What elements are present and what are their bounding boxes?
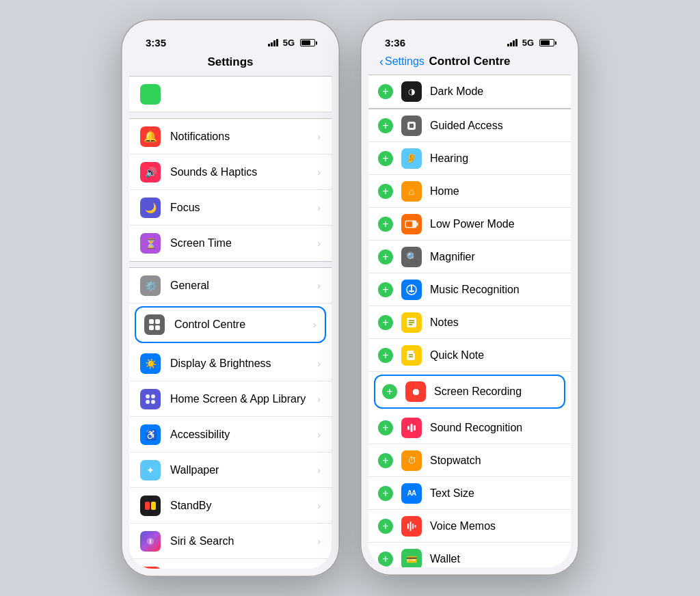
hearing-add-btn[interactable]: +: [378, 151, 393, 166]
quicknote-add-btn[interactable]: +: [378, 348, 393, 363]
magnifier-add-btn[interactable]: +: [378, 249, 393, 265]
screentime-chevron: ›: [317, 238, 321, 249]
cc-row-home[interactable]: + ⌂ Home: [368, 175, 571, 208]
phones-container: 3:35 5G Settings: [121, 19, 579, 577]
svg-rect-8: [145, 502, 150, 510]
musicrecog-add-btn[interactable]: +: [378, 282, 393, 297]
settings-row-siri[interactable]: Siri & Search ›: [129, 524, 332, 559]
settings-row-accessibility[interactable]: ♿ Accessibility ›: [129, 417, 332, 452]
guidedaccess-add-btn[interactable]: +: [378, 118, 393, 133]
cc-row-screenrecording[interactable]: + ⏺ Screen Recording: [374, 375, 565, 409]
cc-row-magnifier[interactable]: + 🔍 Magnifier: [368, 241, 571, 273]
hearing-label: Hearing: [430, 152, 561, 165]
cc-row-lowpower[interactable]: + Low Power Mode: [368, 208, 571, 241]
partial-icon: [140, 84, 161, 105]
focus-label: Focus: [170, 202, 317, 214]
stopwatch-add-btn[interactable]: +: [378, 453, 393, 468]
cc-row-soundrecog[interactable]: + Sound Recognition: [368, 411, 571, 444]
hearing-icon: 👂: [401, 148, 422, 169]
homescreen-icon: [140, 389, 161, 409]
cc-scroll-area[interactable]: + ◑ Dark Mode +: [368, 75, 571, 567]
textsize-label: Text Size: [430, 487, 561, 500]
svg-rect-14: [406, 221, 412, 227]
focus-chevron: ›: [317, 202, 321, 213]
home-add-btn[interactable]: +: [378, 184, 393, 199]
screenrecording-add-btn[interactable]: +: [382, 384, 397, 399]
cc-row-hearing[interactable]: + 👂 Hearing: [368, 142, 571, 175]
display-label: Display & Brightness: [170, 357, 317, 370]
standby-chevron: ›: [317, 500, 321, 511]
textsize-add-btn[interactable]: +: [378, 486, 393, 501]
settings-section-1: 🔔 Notifications › 🔊 Sounds & Haptics › 🌙…: [129, 118, 332, 262]
soundrecog-icon: [401, 418, 422, 438]
settings-row-general[interactable]: ⚙️ General ›: [129, 268, 332, 303]
notes-add-btn[interactable]: +: [378, 315, 393, 330]
back-button[interactable]: ‹ Settings: [379, 55, 425, 68]
network-type-1: 5G: [283, 38, 295, 48]
svg-rect-1: [155, 319, 160, 324]
cc-row-notes[interactable]: + Notes: [368, 306, 571, 339]
general-label: General: [170, 280, 317, 292]
screentime-icon: ⏳: [140, 233, 161, 254]
settings-row-standby[interactable]: StandBy ›: [129, 488, 332, 524]
battery-icon-1: [300, 39, 315, 46]
cc-row-quicknote[interactable]: + Quick Note: [368, 339, 571, 372]
svg-rect-29: [410, 522, 412, 531]
settings-row-focus[interactable]: 🌙 Focus ›: [129, 190, 332, 226]
svg-rect-27: [414, 425, 416, 431]
wallpaper-label: Wallpaper: [170, 464, 317, 476]
settings-title: Settings: [207, 55, 253, 68]
svg-rect-31: [415, 525, 416, 528]
cc-row-wallet[interactable]: + 💳 Wallet: [368, 543, 571, 567]
status-icons-2: 5G: [507, 38, 554, 48]
stopwatch-icon: ⏱: [401, 450, 422, 471]
battery-icon-2: [539, 39, 554, 46]
sounds-label: Sounds & Haptics: [170, 166, 317, 178]
wallet-icon: 💳: [401, 549, 422, 567]
cc-row-voicememos[interactable]: + Voice Memos: [368, 510, 571, 543]
musicrecog-icon: [401, 280, 422, 300]
soundrecog-add-btn[interactable]: +: [378, 420, 393, 435]
svg-rect-9: [151, 502, 156, 510]
darkmode-icon-partial: ◑: [401, 81, 422, 102]
settings-row-notifications[interactable]: 🔔 Notifications ›: [129, 119, 332, 154]
darkmode-add-btn[interactable]: +: [378, 84, 393, 99]
notifications-icon: 🔔: [140, 126, 161, 147]
settings-row-controlcentre[interactable]: Control Centre ›: [135, 306, 326, 343]
settings-row-wallpaper[interactable]: ✦ Wallpaper ›: [129, 452, 332, 488]
settings-row-emergency[interactable]: SOS Emergency SOS ›: [129, 559, 332, 569]
status-bar-2: 3:36 5G: [368, 27, 571, 53]
notes-label: Notes: [430, 316, 561, 329]
standby-icon: [140, 496, 161, 516]
settings-row-display[interactable]: ☀️ Display & Brightness ›: [129, 346, 332, 381]
general-icon: ⚙️: [140, 275, 161, 296]
cc-row-textsize[interactable]: + AA Text Size: [368, 477, 571, 510]
phone-controlcentre: 3:36 5G ‹ Se: [360, 19, 579, 575]
svg-point-5: [151, 394, 155, 398]
cc-title: Control Centre: [429, 55, 511, 68]
voicememos-icon: [401, 516, 422, 537]
voicememos-add-btn[interactable]: +: [378, 519, 393, 534]
guidedaccess-label: Guided Access: [430, 120, 561, 132]
settings-scroll-area[interactable]: 🔔 Notifications › 🔊 Sounds & Haptics › 🌙…: [129, 77, 332, 569]
signal-icon-1: [268, 39, 278, 46]
siri-label: Siri & Search: [170, 535, 317, 547]
cc-row-guidedaccess[interactable]: + Guided Access: [368, 109, 571, 142]
lowpower-add-btn[interactable]: +: [378, 217, 393, 232]
svg-rect-12: [409, 124, 414, 128]
svg-rect-26: [411, 424, 413, 432]
settings-row-sounds[interactable]: 🔊 Sounds & Haptics ›: [129, 154, 332, 190]
cc-row-darkmode-partial[interactable]: + ◑ Dark Mode: [368, 75, 571, 108]
sounds-chevron: ›: [317, 167, 321, 178]
status-icons-1: 5G: [268, 38, 315, 48]
accessibility-label: Accessibility: [170, 429, 317, 441]
cc-row-stopwatch[interactable]: + ⏱ Stopwatch: [368, 444, 571, 477]
quicknote-icon: [401, 345, 422, 366]
siri-chevron: ›: [317, 536, 321, 547]
controlcentre-icon: [144, 314, 165, 335]
accessibility-icon: ♿: [140, 424, 161, 445]
cc-row-musicrecog[interactable]: + Music Recognition: [368, 273, 571, 306]
settings-row-screentime[interactable]: ⏳ Screen Time ›: [129, 226, 332, 261]
wallet-add-btn[interactable]: +: [378, 552, 393, 567]
settings-row-homescreen[interactable]: Home Screen & App Library ›: [129, 381, 332, 417]
